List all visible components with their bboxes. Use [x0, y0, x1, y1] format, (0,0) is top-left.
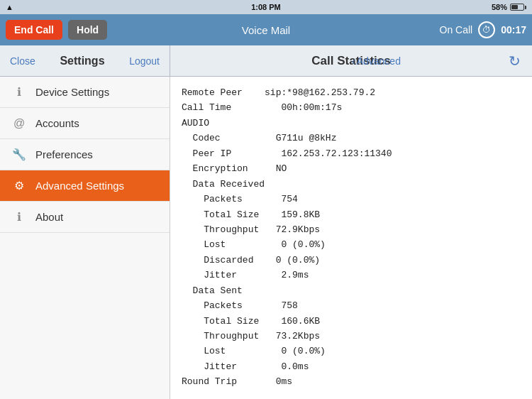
status-bar-right: 58% — [492, 3, 526, 11]
settings-title: Settings — [60, 55, 104, 67]
status-bar: ▲ 1:08 PM 58% — [0, 0, 532, 14]
sent-jitter-row: Jitter 0.0ms — [182, 361, 309, 372]
about-info-icon: ℹ — [11, 209, 27, 225]
about-label: About — [35, 211, 63, 223]
info-icon: ℹ — [11, 84, 27, 100]
nav-sidebar-controls: Close Settings Logout — [0, 45, 170, 76]
device-settings-label: Device Settings — [35, 86, 109, 98]
main-content: ℹ Device Settings @ Accounts 🔧 Preferenc… — [0, 77, 532, 399]
call-bar-right: On Call ⏱ 00:17 — [440, 21, 527, 38]
voice-mail-label: Voice Mail — [242, 24, 290, 36]
recv-total-size-row: Total Size 159.8KB — [182, 209, 320, 220]
refresh-button[interactable]: ↻ — [509, 53, 521, 70]
nav-bar: Close Settings Logout ‹ Advanced Call St… — [0, 45, 532, 77]
recv-lost-row: Lost 0 (0.0%) — [182, 239, 326, 250]
call-bar-left: End Call Hold — [6, 20, 107, 40]
sent-packets-row: Packets 758 — [182, 300, 298, 311]
sidebar-item-about[interactable]: ℹ About — [0, 202, 170, 233]
advanced-settings-label: Advanced Settings — [35, 180, 124, 192]
back-button[interactable]: ‹ Advanced — [352, 55, 401, 67]
sidebar-item-device-settings[interactable]: ℹ Device Settings — [0, 77, 170, 108]
sidebar-item-accounts[interactable]: @ Accounts — [0, 108, 170, 139]
nav-main: ‹ Advanced Call Statistics ↻ — [170, 54, 532, 68]
status-bar-time: 1:08 PM — [251, 3, 281, 11]
call-timer: 00:17 — [501, 24, 526, 35]
sidebar-item-preferences[interactable]: 🔧 Preferences — [0, 139, 170, 170]
call-bar: End Call Hold Voice Mail On Call ⏱ 00:17 — [0, 14, 532, 45]
end-call-button[interactable]: End Call — [6, 20, 62, 40]
logout-button[interactable]: Logout — [128, 53, 161, 70]
battery-pct: 58% — [492, 3, 507, 11]
back-label: Advanced — [357, 55, 401, 67]
sidebar-item-advanced-settings[interactable]: ⚙ Advanced Settings — [0, 170, 170, 202]
call-time-row: Call Time 00h:00m:17s — [182, 102, 342, 113]
at-icon: @ — [11, 116, 27, 131]
codec-row: Codec G711u @8kHz — [182, 133, 336, 143]
back-chevron-icon: ‹ — [352, 55, 355, 67]
stats-content: Remote Peer sip:*98@162.253.79.2 Call Ti… — [182, 85, 521, 390]
recv-packets-row: Packets 754 — [182, 194, 298, 204]
battery-icon — [510, 4, 526, 11]
peer-ip-row: Peer IP 162.253.72.123:11340 — [182, 148, 392, 159]
wifi-icon: ▲ — [6, 3, 13, 11]
sent-throughput-row: Throughput 73.2Kbps — [182, 331, 320, 341]
on-call-label: On Call — [440, 24, 473, 35]
round-trip-row: Round Trip 0ms — [182, 376, 292, 387]
remote-peer-row: Remote Peer sip:*98@162.253.79.2 — [182, 87, 375, 98]
status-bar-left: ▲ — [6, 3, 13, 11]
data-received-header: Data Received — [182, 179, 265, 190]
recv-jitter-row: Jitter 2.9ms — [182, 270, 309, 280]
sent-total-size-row: Total Size 160.6KB — [182, 316, 320, 327]
recv-discarded-row: Discarded 0 (0.0%) — [182, 255, 320, 266]
on-call-icon: ⏱ — [478, 21, 495, 38]
gear-icon: ⚙ — [11, 178, 27, 194]
preferences-label: Preferences — [35, 148, 93, 160]
close-button[interactable]: Close — [9, 53, 37, 70]
hold-button[interactable]: Hold — [68, 20, 107, 40]
accounts-label: Accounts — [35, 117, 79, 129]
recv-throughput-row: Throughput 72.9Kbps — [182, 224, 320, 235]
encryption-row: Encryption NO — [182, 163, 287, 174]
sent-lost-row: Lost 0 (0.0%) — [182, 346, 326, 356]
data-sent-header: Data Sent — [182, 285, 243, 296]
sidebar: ℹ Device Settings @ Accounts 🔧 Preferenc… — [0, 77, 170, 399]
call-statistics-panel: Remote Peer sip:*98@162.253.79.2 Call Ti… — [170, 77, 532, 399]
wrench-icon: 🔧 — [11, 147, 27, 163]
audio-header: AUDIO — [182, 118, 209, 129]
